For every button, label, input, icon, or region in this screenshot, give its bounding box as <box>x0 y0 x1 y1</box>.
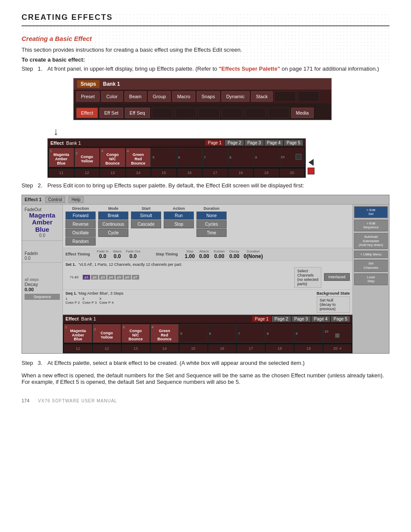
ep2-cell-13[interactable]: 13 <box>121 344 150 353</box>
ep2-cell-4[interactable]: 4 GreenRedBounce <box>150 324 179 343</box>
ep-page-5[interactable]: Page 5 <box>284 140 303 146</box>
chip-p3[interactable]: p3 <box>99 275 106 280</box>
direction-forward[interactable]: Forward <box>65 212 96 220</box>
chip-p1[interactable]: p1 <box>83 275 90 280</box>
load-step-btn[interactable]: LoadStep <box>354 274 388 285</box>
chip-p5[interactable]: p5 <box>115 275 123 280</box>
pal-btn-snaps[interactable]: Snaps <box>197 91 220 102</box>
direction-oscillate[interactable]: Oscillate <box>65 229 96 237</box>
action-run[interactable]: Run <box>164 212 194 220</box>
pal-btn-media[interactable]: Media <box>291 108 314 118</box>
ep-cell-6[interactable]: 6 <box>177 148 202 167</box>
utility-menu-btn[interactable]: < Utility Menu <box>354 251 388 258</box>
ep-cell-3[interactable]: 3 CongoN/CBounce <box>100 148 125 167</box>
ep2-page-2[interactable]: Page 2 <box>272 316 291 322</box>
ep-cell-15[interactable]: 15 <box>151 168 177 177</box>
timing-header: Effect Timing Fade In 0.0 Wave 0.0 <box>65 249 350 259</box>
pal-btn-effset[interactable]: Eff Set <box>100 108 123 118</box>
ees-tab-help[interactable]: Help <box>68 196 84 203</box>
ep2-cell-9[interactable]: 9 <box>294 324 323 343</box>
ep2-cell-12[interactable]: 12 <box>93 344 121 353</box>
ep-cell-8[interactable]: 8 <box>228 148 254 167</box>
ep-page-3[interactable]: Page 3 <box>245 140 264 146</box>
ep-cell-10[interactable]: 10 <box>280 148 305 167</box>
start-simult[interactable]: Simult <box>131 212 161 220</box>
edit-sequence-btn[interactable]: > EditSequence <box>354 220 388 231</box>
pal-btn-effseq[interactable]: Eff Seq <box>125 108 150 118</box>
ep-cell-7[interactable]: 7 <box>202 148 228 167</box>
action-col: Action Run Stop <box>164 206 194 246</box>
select-channels-box[interactable]: SelectChannels(no selectedparts) <box>294 267 321 288</box>
step-1: Step 1. At front panel, in upper-left di… <box>22 65 389 72</box>
sequence-label[interactable]: Sequence <box>25 294 60 300</box>
ep2-cell-6[interactable]: 6 <box>208 324 237 343</box>
ep-page-2[interactable]: Page 2 <box>225 140 244 146</box>
chip-p4[interactable]: p4 <box>107 275 115 280</box>
chip-p7[interactable]: p7 <box>132 275 139 280</box>
ep2-cell-1[interactable]: 1 MagentaAmberBlue <box>64 324 92 343</box>
pal-btn-dynamic[interactable]: Dynamic <box>221 91 249 102</box>
ep2-page-3[interactable]: Page 3 <box>292 316 311 322</box>
ep2-cell-3[interactable]: 3 CongoN/CBounce <box>121 324 150 343</box>
pal-btn-color[interactable]: Color <box>101 91 123 102</box>
ep-cell-19[interactable]: 19 <box>254 168 279 177</box>
ep-cell-14[interactable]: 14 <box>126 168 151 177</box>
direction-random[interactable]: Random <box>65 237 96 246</box>
ep2-cell-16[interactable]: 16 <box>208 344 237 353</box>
pal-btn-effect[interactable]: Effect <box>76 108 98 118</box>
ep-cell-1[interactable]: 1 MagentaAmberBlue <box>49 148 74 167</box>
action-stop[interactable]: Stop <box>164 220 194 228</box>
ep-cell-4[interactable]: 4 GreenRedBounce <box>126 148 151 167</box>
ep-cell-17[interactable]: 17 <box>202 168 228 177</box>
ep2-cell-10[interactable]: 10 <box>323 324 352 343</box>
ep2-cell-17[interactable]: 17 <box>237 344 265 353</box>
effects-palette-link[interactable]: "Effects Super Palette" <box>219 65 280 72</box>
edit-set-btn[interactable]: > EditSet <box>354 206 388 218</box>
ep-cell-18[interactable]: 18 <box>228 168 254 177</box>
direction-reverse[interactable]: Reverse <box>65 220 96 228</box>
ep2-cell-8[interactable]: 8 <box>265 324 294 343</box>
pal-btn-empty2 <box>298 91 319 102</box>
interlaced-btn[interactable]: Interlaced <box>324 273 350 281</box>
duration-none[interactable]: None <box>196 212 227 220</box>
ep2-cell-11[interactable]: 11 <box>64 344 92 353</box>
pal-btn-macro[interactable]: Macro <box>172 91 195 102</box>
ep2-page-4[interactable]: Page 4 <box>311 316 330 322</box>
chip-p2[interactable]: p2 <box>91 275 98 280</box>
duration-cycles[interactable]: Cycles <box>196 220 227 228</box>
ep-cell-13[interactable]: 13 <box>100 168 125 177</box>
ep-cell-2[interactable]: 2 CongoYellow <box>75 148 100 167</box>
ep2-cell-2[interactable]: 2 CongoYellow <box>93 324 121 343</box>
section-title: Creating a Basic Effect <box>22 35 389 42</box>
mode-break[interactable]: Break <box>98 212 128 220</box>
ees-tab-control[interactable]: Control <box>45 196 65 203</box>
mode-continuous[interactable]: Continuous <box>98 220 128 228</box>
ep2-page-5[interactable]: Page 5 <box>331 316 350 322</box>
ep-cell-12[interactable]: 12 <box>75 168 100 177</box>
ep-cell-16[interactable]: 16 <box>177 168 202 177</box>
ep2-cell-5[interactable]: 5 <box>179 324 208 343</box>
ep-page-4[interactable]: Page 4 <box>265 140 283 146</box>
ep-page-1[interactable]: Page 1 <box>205 140 224 146</box>
set-channels-btn[interactable]: SetChannels <box>354 260 388 271</box>
autoload-submaster-btn[interactable]: AutoloadSubmaster(hold key down) <box>354 233 388 249</box>
ep2-cell-19[interactable]: 19 <box>294 344 323 353</box>
chip-p6[interactable]: p6 <box>124 275 131 280</box>
ep2-cell-7[interactable]: 7 <box>237 324 265 343</box>
start-cascade[interactable]: Cascade <box>131 220 161 228</box>
ep-cell-11[interactable]: 11 <box>49 168 74 177</box>
ep2-cell-15[interactable]: 15 <box>179 344 208 353</box>
ep2-cell-14[interactable]: 14 <box>150 344 179 353</box>
mode-cycle[interactable]: Cycle <box>98 229 128 237</box>
pal-btn-preset[interactable]: Preset <box>76 91 100 102</box>
ep2-cell-18[interactable]: 18 <box>265 344 294 353</box>
pal-btn-stack[interactable]: Stack <box>251 91 273 102</box>
duration-time[interactable]: Time <box>196 229 227 237</box>
pal-btn-beam[interactable]: Beam <box>125 91 146 102</box>
ep-cell-9[interactable]: 9 <box>254 148 279 167</box>
ep-cell-5[interactable]: 5 <box>151 148 177 167</box>
ep2-cell-20[interactable]: 20 ≡ <box>323 344 352 353</box>
ep2-page-1[interactable]: Page 1 <box>252 316 271 322</box>
ep-cell-20[interactable]: 20 <box>280 168 305 177</box>
pal-btn-group[interactable]: Group <box>148 91 171 102</box>
